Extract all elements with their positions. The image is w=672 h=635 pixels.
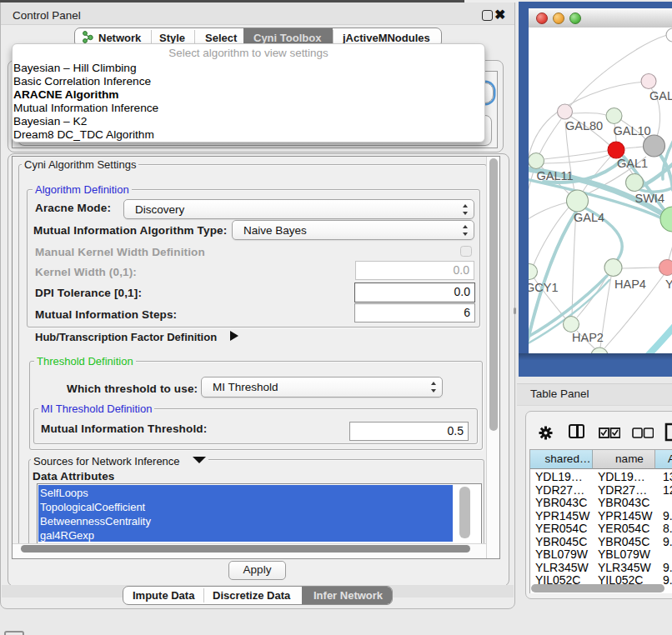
svg-text:GAL4: GAL4	[574, 211, 604, 224]
svg-text:SWI4: SWI4	[635, 192, 664, 205]
svg-text:HAP4: HAP4	[614, 278, 646, 291]
svg-text:GAL10: GAL10	[614, 124, 651, 138]
svg-text:GAL1: GAL1	[617, 157, 648, 170]
svg-text:GAL7: GAL7	[649, 89, 672, 102]
svg-text:GAL11: GAL11	[537, 169, 574, 182]
svg-text:Y: Y	[665, 278, 672, 291]
svg-text:HAP2: HAP2	[572, 331, 604, 344]
svg-text:GAL80: GAL80	[565, 119, 603, 132]
svg-text:GCY1: GCY1	[529, 281, 559, 294]
